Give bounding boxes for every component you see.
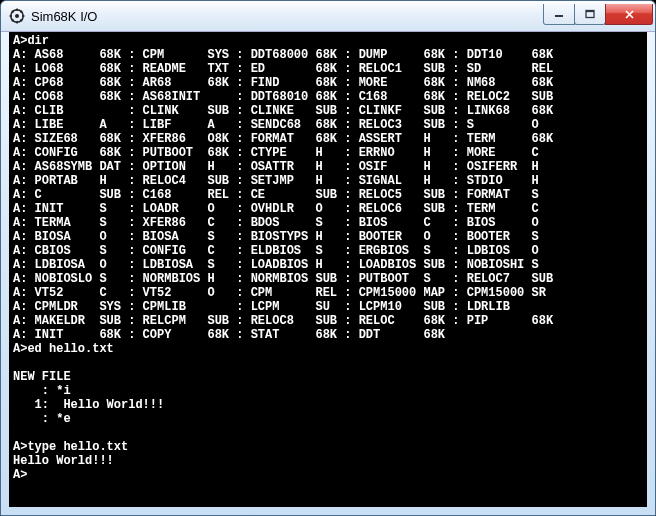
minimize-button[interactable] [543, 4, 575, 25]
app-icon [9, 8, 25, 24]
window-buttons [544, 4, 653, 24]
close-icon [624, 9, 635, 20]
window-title: Sim68K I/O [31, 9, 544, 24]
svg-point-9 [15, 14, 19, 18]
maximize-icon [585, 9, 595, 19]
minimize-icon [554, 9, 564, 19]
terminal-output[interactable]: A>dir A: AS68 68K : CPM SYS : DDT68000 6… [9, 32, 647, 507]
close-button[interactable] [605, 4, 653, 25]
app-window: Sim68K I/O A>dir A: AS68 68K : CPM SYS :… [0, 0, 656, 516]
maximize-button[interactable] [574, 4, 606, 25]
titlebar[interactable]: Sim68K I/O [1, 1, 655, 32]
